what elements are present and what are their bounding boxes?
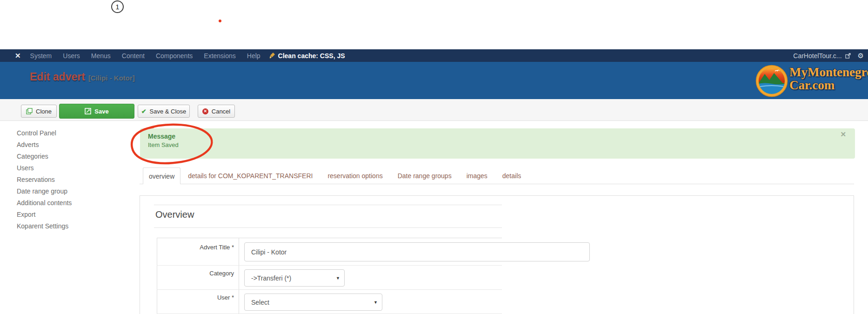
external-link-icon (845, 53, 851, 59)
annotation-red-dot (219, 20, 221, 22)
menu-item-components[interactable]: Components (150, 52, 198, 60)
screen: 1 ✕ System Users Menus Content Component… (0, 0, 868, 314)
advert-title-label: Advert Title * (157, 244, 234, 251)
chevron-down-icon: ▼ (374, 300, 378, 305)
user-label: User * (157, 294, 234, 301)
menu-item-users[interactable]: Users (57, 52, 86, 60)
sidebar-item-categories[interactable]: Categories (17, 153, 48, 160)
menu-item-extensions[interactable]: Extensions (198, 52, 241, 60)
category-label: Category (157, 270, 234, 277)
check-icon: ✔ (141, 108, 147, 115)
form-label-separator (239, 238, 239, 314)
brush-icon (269, 52, 275, 59)
sidebar-item-export[interactable]: Export (17, 211, 35, 218)
tab-details-com-koparent-transferi[interactable]: details for COM_KOPARENT_TRANSFERI (180, 167, 320, 184)
sidebar-row: Categories (17, 152, 72, 164)
admin-menu: System Users Menus Content Components Ex… (25, 52, 266, 60)
tab-date-range-groups[interactable]: Date range groups (390, 167, 459, 184)
tab-content-panel: Overview Advert Title * Category ->Trans… (140, 195, 854, 314)
chevron-down-icon: ▼ (336, 276, 340, 281)
page-header: Edit advert[Cilipi - Kotor] (0, 62, 868, 99)
logo-icon (755, 65, 788, 97)
toolbar: Clone Save ✔ Save & Close ✕ Cancel (0, 99, 868, 121)
user-select[interactable]: Select ▼ (244, 294, 382, 311)
logo-line1: MyMontenegro (789, 66, 868, 79)
sidebar-row: Users (17, 164, 72, 175)
message-alert: Message Item Saved ✕ (140, 128, 855, 159)
copy-icon (26, 108, 33, 114)
tab-images[interactable]: images (459, 167, 495, 184)
message-title: Message (148, 133, 855, 140)
sidebar-item-date-range-group[interactable]: Date range group (17, 187, 67, 195)
menu-item-system[interactable]: System (25, 52, 58, 60)
sidebar-item-additional-contents[interactable]: Additional contents (17, 199, 72, 207)
sidebar-row: Reservations (17, 175, 72, 187)
tab-bar: overview details for COM_KOPARENT_TRANSF… (140, 167, 854, 184)
cancel-button[interactable]: ✕ Cancel (198, 105, 235, 118)
clone-button[interactable]: Clone (21, 105, 57, 118)
annotation-step-number: 1 (115, 3, 119, 11)
save-close-label: Save & Close (150, 108, 187, 115)
divider (154, 227, 502, 228)
page-title-item: [Cilipi - Kotor] (88, 74, 135, 82)
tab-details[interactable]: details (495, 167, 528, 184)
logo-line2: Car.com (789, 79, 868, 92)
cancel-label: Cancel (212, 108, 230, 115)
menubar-right: CarHotelTour.c... ⚙ (793, 52, 864, 60)
sidebar-row: Date range group (17, 187, 72, 199)
sidebar-item-control-panel[interactable]: Control Panel (17, 129, 56, 137)
menu-item-help[interactable]: Help (241, 52, 266, 60)
sidebar-item-koparent-settings[interactable]: Koparent Settings (17, 222, 68, 230)
joomla-logo-icon: ✕ (15, 52, 21, 60)
form-table-top-border (157, 238, 502, 238)
sidebar-row: Adverts (17, 140, 72, 152)
form-row-divider (157, 265, 502, 266)
save-pencil-icon (85, 108, 91, 114)
sidebar-item-reservations[interactable]: Reservations (17, 176, 55, 183)
site-preview-link[interactable]: CarHotelTour.c... (793, 52, 850, 60)
message-body: Item Saved (148, 141, 855, 148)
clean-cache-link[interactable]: Clean cache: CSS, JS (269, 52, 345, 60)
page-title-text: Edit advert (30, 71, 85, 83)
sidebar-row: Export (17, 210, 72, 222)
sidebar-row: Additional contents (17, 199, 72, 210)
clean-cache-label: Clean cache: CSS, JS (278, 52, 345, 60)
sidebar-row: Control Panel (17, 129, 72, 140)
menu-item-content[interactable]: Content (116, 52, 150, 60)
sidebar-row: Koparent Settings (17, 222, 72, 234)
admin-menubar: ✕ System Users Menus Content Components … (0, 49, 868, 62)
advert-title-input[interactable] (244, 242, 590, 261)
tab-overview[interactable]: overview (143, 167, 180, 184)
category-select[interactable]: ->Transferi (*) ▼ (244, 269, 345, 287)
save-label: Save (94, 108, 108, 115)
close-icon[interactable]: ✕ (837, 130, 849, 139)
form-row-divider (157, 289, 502, 290)
section-title: Overview (155, 209, 194, 220)
logo-text: MyMontenegro Car.com (789, 66, 868, 92)
clone-label: Clone (36, 108, 52, 115)
sidebar-item-users[interactable]: Users (17, 164, 34, 172)
save-close-button[interactable]: ✔ Save & Close (138, 105, 190, 118)
divider (154, 205, 502, 205)
gear-icon[interactable]: ⚙ (858, 52, 864, 60)
page-title: Edit advert[Cilipi - Kotor] (30, 71, 135, 83)
site-preview-label: CarHotelTour.c... (793, 52, 841, 60)
sidebar-item-adverts[interactable]: Adverts (17, 141, 39, 148)
category-selected-value: ->Transferi (*) (251, 274, 291, 282)
admin-sidebar: Control Panel Adverts Categories Users R… (17, 129, 72, 234)
brand-logo: MyMontenegro Car.com (755, 65, 868, 97)
annotation-step-circle: 1 (111, 0, 124, 13)
save-button[interactable]: Save (59, 104, 134, 119)
user-selected-value: Select (251, 299, 269, 306)
cancel-icon: ✕ (202, 108, 208, 114)
menu-item-menus[interactable]: Menus (86, 52, 116, 60)
tab-reservation-options[interactable]: reservation options (320, 167, 390, 184)
